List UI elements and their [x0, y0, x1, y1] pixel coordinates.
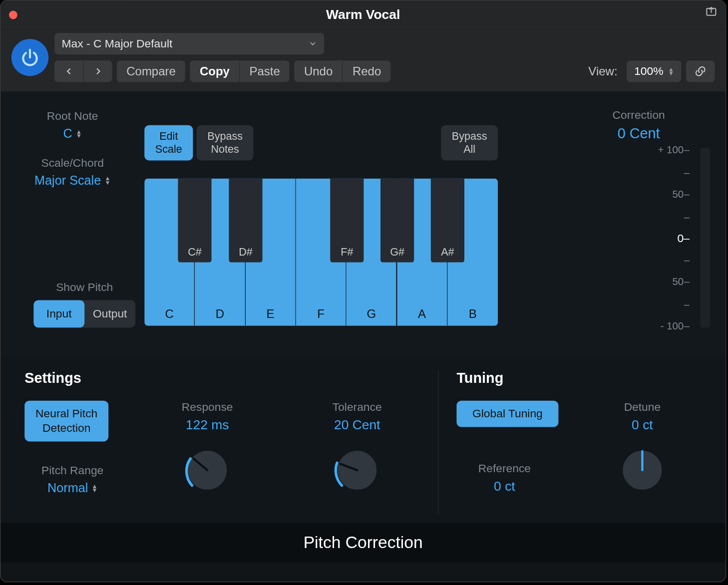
detune-group: Detune 0 ct: [588, 401, 696, 497]
detune-knob[interactable]: [616, 444, 669, 497]
tick-zero: 0: [678, 232, 684, 245]
zoom-select[interactable]: 100% ▲▼: [627, 60, 682, 82]
pitch-range-select[interactable]: Normal ▲▼: [24, 481, 120, 495]
tuning-title: Tuning: [456, 369, 702, 386]
tick-p100: + 100: [658, 144, 684, 156]
compare-group: Compare: [117, 60, 185, 82]
root-note-value: C: [63, 126, 72, 141]
reference-value: 0 ct: [456, 479, 552, 494]
correction-label: Correction: [552, 108, 726, 121]
export-icon[interactable]: [705, 5, 717, 17]
neural-pitch-button[interactable]: Neural Pitch Detection: [24, 401, 108, 441]
tick-m50: 50: [672, 276, 684, 288]
redo-button[interactable]: Redo: [342, 60, 390, 82]
right-column: Correction 0 Cent + 100 – – 50 – – 0 – –…: [552, 92, 726, 355]
tuning-section: Tuning Global Tuning Reference 0 ct Detu…: [456, 369, 702, 523]
reference-label: Reference: [456, 462, 552, 475]
paste-button[interactable]: Paste: [239, 60, 290, 82]
tick-m100: - 100: [661, 320, 684, 332]
prev-preset-button[interactable]: [54, 60, 83, 82]
correction-scale: + 100 – – 50 – – 0 – – 50 – – - 100 –: [648, 148, 690, 327]
root-note-group: Root Note C ▲▼: [0, 110, 144, 141]
view-label: View:: [588, 64, 617, 78]
root-note-label: Root Note: [0, 110, 144, 123]
stepper-icon: ▲▼: [91, 484, 97, 492]
section-divider: [438, 369, 438, 513]
preset-label: Max - C Major Default: [62, 37, 173, 50]
response-knob[interactable]: [181, 444, 234, 497]
response-value: 122 ms: [138, 417, 276, 433]
scale-chord-label: Scale/Chord: [0, 156, 144, 169]
edit-scale-button[interactable]: Edit Scale: [144, 125, 193, 161]
correction-value: 0 Cent: [552, 125, 726, 142]
pitch-range-group: Pitch Range Normal ▲▼: [24, 464, 120, 495]
settings-title: Settings: [24, 369, 432, 386]
compare-button[interactable]: Compare: [117, 60, 185, 82]
detune-value: 0 ct: [588, 417, 696, 433]
toolbar: Max - C Major Default Compare: [0, 29, 726, 92]
window-title: Warm Vocal: [0, 7, 726, 22]
key-asharp[interactable]: A#: [431, 179, 464, 263]
settings-section: Settings Neural Pitch Detection Pitch Ra…: [24, 369, 432, 523]
key-dsharp[interactable]: D#: [229, 179, 262, 263]
footer-title: Pitch Correction: [0, 523, 726, 563]
show-pitch-toggle: Input Output: [33, 300, 135, 327]
reference-group: Reference 0 ct: [456, 462, 552, 494]
scale-chord-group: Scale/Chord Major Scale ▲▼: [0, 156, 144, 187]
output-toggle[interactable]: Output: [84, 300, 135, 327]
center-column: Edit Scale Bypass Notes Bypass All C D E…: [144, 92, 552, 355]
main-panel: Root Note C ▲▼ Scale/Chord Major Scale ▲…: [0, 92, 726, 355]
root-note-select[interactable]: C ▲▼: [0, 126, 144, 141]
scale-chord-value: Major Scale: [34, 173, 101, 188]
global-tuning-button[interactable]: Global Tuning: [456, 401, 558, 427]
response-group: Response 122 ms: [138, 401, 276, 497]
lower-panel: Settings Neural Pitch Detection Pitch Ra…: [0, 355, 726, 523]
bypass-all-button[interactable]: Bypass All: [441, 125, 498, 161]
stepper-icon: ▲▼: [76, 129, 82, 138]
bypass-notes-button[interactable]: Bypass Notes: [197, 125, 254, 161]
pitch-range-label: Pitch Range: [24, 464, 120, 477]
key-fsharp[interactable]: F#: [330, 179, 364, 263]
correction-meter: [701, 148, 710, 327]
mode-row: Edit Scale Bypass Notes Bypass All: [144, 125, 498, 161]
link-button[interactable]: [686, 60, 715, 82]
copy-button[interactable]: Copy: [190, 60, 239, 82]
stepper-icon: ▲▼: [104, 176, 110, 185]
show-pitch-label: Show Pitch: [24, 281, 144, 294]
zoom-value: 100%: [634, 65, 663, 78]
tolerance-label: Tolerance: [288, 401, 426, 414]
plugin-window: Warm Vocal Max - C Major Default: [0, 0, 726, 582]
next-preset-button[interactable]: [83, 60, 112, 82]
copy-paste-group: Copy Paste: [190, 60, 290, 82]
tick-p50: 50: [672, 189, 684, 201]
preset-select[interactable]: Max - C Major Default: [54, 33, 324, 54]
detune-label: Detune: [588, 401, 696, 414]
response-label: Response: [138, 401, 276, 414]
key-gsharp[interactable]: G#: [380, 179, 414, 263]
nav-group: [54, 60, 112, 82]
tolerance-knob[interactable]: [331, 444, 383, 497]
key-csharp[interactable]: C#: [178, 179, 211, 263]
tolerance-value: 20 Cent: [288, 417, 426, 433]
keyboard: C D E F G A B C# D# F# G# A#: [144, 179, 498, 326]
undo-redo-group: Undo Redo: [295, 60, 391, 82]
power-button[interactable]: [11, 39, 48, 76]
stepper-icon: ▲▼: [668, 67, 674, 75]
tolerance-group: Tolerance 20 Cent: [288, 401, 426, 497]
undo-button[interactable]: Undo: [295, 60, 343, 82]
pitch-range-value: Normal: [47, 481, 88, 495]
chevron-down-icon: [309, 39, 317, 48]
input-toggle[interactable]: Input: [33, 300, 84, 327]
show-pitch-group: Show Pitch Input Output: [24, 281, 144, 328]
titlebar: Warm Vocal: [0, 0, 726, 29]
scale-chord-select[interactable]: Major Scale ▲▼: [0, 173, 144, 188]
